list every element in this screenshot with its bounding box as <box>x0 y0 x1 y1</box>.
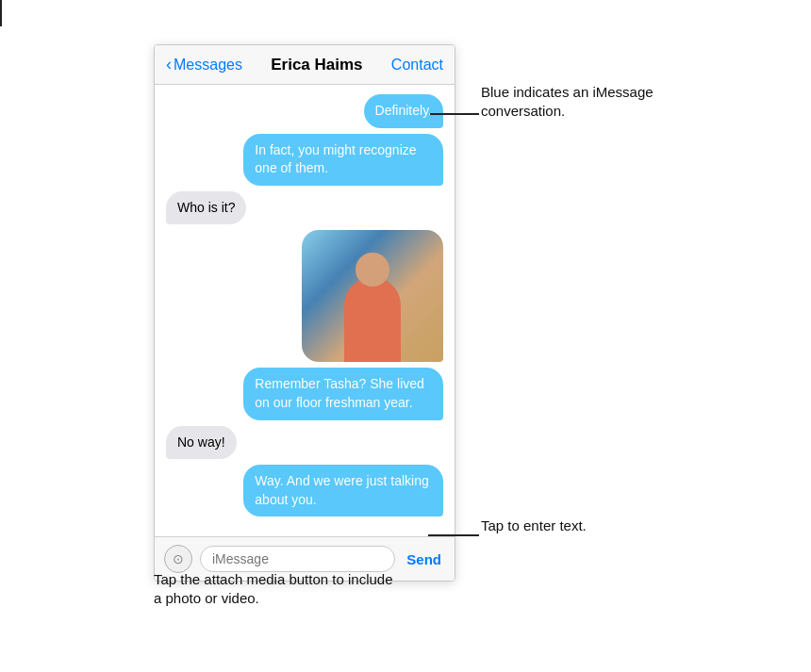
contact-button[interactable]: Contact <box>391 57 443 74</box>
bubble-incoming-6: No way! <box>166 426 237 460</box>
photo-bubble <box>302 230 443 362</box>
annotation-line-tap <box>428 534 479 536</box>
conversation-title: Erica Haims <box>271 56 362 74</box>
chevron-left-icon: ‹ <box>166 55 172 74</box>
message-row-1: Definitely. <box>166 94 443 128</box>
bubble-outgoing-5: Remember Tasha? She lived on our floor f… <box>243 368 443 419</box>
back-button[interactable]: ‹ Messages <box>166 55 242 74</box>
message-input[interactable] <box>200 546 395 572</box>
camera-icon: ⊙ <box>173 551 184 566</box>
bubble-outgoing-1: Definitely. <box>364 94 443 128</box>
message-row-5: Remember Tasha? She lived on our floor f… <box>166 368 443 419</box>
bubble-incoming-3: Who is it? <box>166 191 246 225</box>
annotation-blue-imessage: Blue indicates an iMessage conversation. <box>481 83 670 122</box>
nav-bar: ‹ Messages Erica Haims Contact <box>155 45 455 85</box>
message-row-6: No way! <box>166 426 443 460</box>
back-label: Messages <box>174 57 242 74</box>
bubble-outgoing-2: In fact, you might recognize one of them… <box>243 134 443 186</box>
annotation-line-attach <box>0 0 2 26</box>
attach-media-button[interactable]: ⊙ <box>164 545 192 573</box>
photo-image <box>302 230 443 362</box>
phone-frame: ‹ Messages Erica Haims Contact Definitel… <box>154 44 455 582</box>
message-row-7: Way. And we were just talking about you. <box>166 465 443 516</box>
annotation-line-blue <box>430 113 479 115</box>
annotation-attach-media: Tap the attach media button to include a… <box>154 570 399 609</box>
send-button[interactable]: Send <box>403 551 445 567</box>
message-row-2: In fact, you might recognize one of them… <box>166 134 443 186</box>
message-row-3: Who is it? <box>166 191 443 225</box>
message-row-4 <box>166 230 443 362</box>
bubble-outgoing-7: Way. And we were just talking about you. <box>243 465 443 516</box>
messages-area: Definitely. In fact, you might recognize… <box>155 85 455 536</box>
annotation-tap-text: Tap to enter text. <box>481 516 651 535</box>
